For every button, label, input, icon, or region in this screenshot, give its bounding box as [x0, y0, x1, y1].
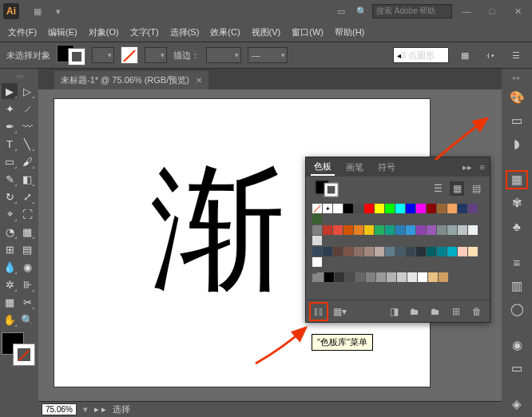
- swatch[interactable]: [416, 225, 426, 235]
- swatch[interactable]: [406, 225, 415, 235]
- panel-collapse-icon[interactable]: ▸▸: [463, 162, 472, 173]
- swatch[interactable]: [406, 247, 415, 256]
- symbols-panel-icon[interactable]: ♣: [507, 219, 526, 234]
- rectangle-tool[interactable]: ▭: [2, 153, 18, 169]
- color-panel-icon[interactable]: 🎨: [507, 89, 526, 105]
- gradient-panel-icon[interactable]: ▥: [507, 278, 526, 293]
- help-search-input[interactable]: 搜索 Adobe 帮助: [372, 4, 452, 18]
- more-icon[interactable]: ☰: [506, 46, 526, 65]
- swatch[interactable]: [375, 225, 384, 235]
- tab-brushes[interactable]: 画笔: [343, 160, 367, 175]
- maximize-button[interactable]: □: [481, 4, 503, 18]
- swatch[interactable]: [355, 272, 365, 282]
- graphic-styles-icon[interactable]: ▭: [507, 361, 526, 376]
- swatch[interactable]: [323, 225, 332, 235]
- symbol-sprayer-tool[interactable]: ✲: [2, 276, 18, 292]
- paintbrush-tool[interactable]: 🖌: [19, 153, 35, 169]
- show-swatch-kinds-icon[interactable]: ▦▾: [332, 304, 347, 320]
- swatch[interactable]: [387, 272, 396, 282]
- swatch[interactable]: [375, 247, 384, 256]
- align-icon[interactable]: ⫞▸: [481, 46, 500, 65]
- swatch[interactable]: [333, 247, 343, 256]
- pencil-tool[interactable]: ✎: [2, 171, 18, 187]
- swatch[interactable]: [312, 225, 322, 235]
- swatch[interactable]: [458, 225, 467, 235]
- brush-dropdown[interactable]: —: [248, 47, 288, 63]
- eraser-tool[interactable]: ◧: [19, 171, 35, 187]
- bridge-icon[interactable]: ▦: [28, 3, 47, 19]
- swatch[interactable]: [458, 247, 467, 256]
- style-icon[interactable]: ▦: [455, 46, 474, 65]
- shape-panel-icon[interactable]: ◗: [507, 136, 526, 151]
- lasso-tool[interactable]: ⟋: [19, 101, 35, 117]
- swatch[interactable]: [335, 272, 344, 282]
- swatch[interactable]: [375, 204, 384, 213]
- swatch-library-menu-button[interactable]: ⫿⫿: [311, 304, 327, 320]
- swatch[interactable]: [343, 204, 353, 213]
- scale-tool[interactable]: ⤢: [19, 189, 35, 205]
- swatch[interactable]: [364, 225, 374, 235]
- line-tool[interactable]: ╲: [19, 136, 35, 152]
- mesh-tool[interactable]: ⊞: [2, 241, 18, 257]
- swatch[interactable]: [407, 272, 417, 282]
- new-folder-icon[interactable]: 🖿: [427, 304, 443, 320]
- gradient-tool[interactable]: ▤: [19, 241, 35, 257]
- menu-object[interactable]: 对象(O): [85, 25, 122, 40]
- eyedropper-tool[interactable]: 💧: [2, 259, 18, 275]
- zoom-level[interactable]: 75.06%: [42, 403, 77, 415]
- color-guide-icon[interactable]: ▭: [507, 113, 526, 128]
- swatch[interactable]: [354, 204, 363, 213]
- swatch[interactable]: [395, 204, 405, 213]
- menu-window[interactable]: 窗口(W): [288, 25, 327, 40]
- brushes-panel-icon[interactable]: ✾: [507, 196, 526, 211]
- transparency-panel-icon[interactable]: ◯: [507, 301, 526, 316]
- swatch[interactable]: [447, 225, 457, 235]
- stroke-none-indicator[interactable]: [121, 46, 138, 64]
- swatch[interactable]: [354, 225, 363, 235]
- swatch[interactable]: [468, 204, 478, 213]
- swatch[interactable]: [354, 247, 363, 256]
- swatch[interactable]: [364, 204, 374, 213]
- swatch[interactable]: [323, 204, 332, 213]
- swatch[interactable]: [447, 247, 457, 256]
- text-object[interactable]: 渐: [150, 139, 286, 322]
- swatch[interactable]: [406, 204, 415, 213]
- tab-close-icon[interactable]: ✕: [196, 76, 202, 85]
- shape-builder-tool[interactable]: ◔: [2, 224, 18, 240]
- type-tool[interactable]: T: [2, 136, 18, 152]
- swatch[interactable]: [468, 247, 478, 256]
- swatch[interactable]: [312, 257, 322, 267]
- swatch[interactable]: [397, 272, 407, 282]
- menu-type[interactable]: 文字(T): [127, 25, 162, 40]
- menu-file[interactable]: 文件(F): [5, 25, 40, 40]
- direct-selection-tool[interactable]: ▷: [19, 83, 35, 99]
- artboard-tool[interactable]: ▦: [2, 294, 18, 310]
- slice-tool[interactable]: ✂: [19, 294, 35, 310]
- swatch[interactable]: [333, 225, 343, 235]
- zoom-tool[interactable]: 🔍: [19, 312, 35, 328]
- swatch[interactable]: [312, 236, 322, 245]
- grid-view-icon[interactable]: ▦: [450, 181, 464, 196]
- stroke-panel-icon[interactable]: ≡: [507, 255, 526, 270]
- new-swatch-icon[interactable]: ⊞: [448, 304, 464, 320]
- swatch[interactable]: [416, 204, 426, 213]
- sync-icon[interactable]: ▭: [332, 3, 351, 19]
- free-transform-tool[interactable]: ⛶: [19, 206, 35, 222]
- delete-swatch-icon[interactable]: 🗑: [469, 304, 485, 320]
- swatch[interactable]: [439, 272, 448, 282]
- selection-tool[interactable]: ▶: [2, 83, 18, 99]
- swatch[interactable]: [323, 247, 332, 256]
- layers-panel-icon[interactable]: ◈: [507, 397, 526, 412]
- swatch[interactable]: [427, 247, 436, 256]
- swatch[interactable]: [345, 272, 355, 282]
- swatch[interactable]: [468, 225, 478, 235]
- swatch[interactable]: [385, 247, 395, 256]
- swatch[interactable]: [333, 204, 343, 213]
- swatch[interactable]: [437, 204, 447, 213]
- fill-stroke-selector[interactable]: [2, 332, 35, 366]
- swatch[interactable]: [324, 272, 334, 282]
- folder-icon[interactable]: [312, 272, 324, 282]
- width-tool[interactable]: ⌖: [2, 206, 18, 222]
- rotate-tool[interactable]: ↻: [2, 189, 18, 205]
- swatch[interactable]: [385, 225, 395, 235]
